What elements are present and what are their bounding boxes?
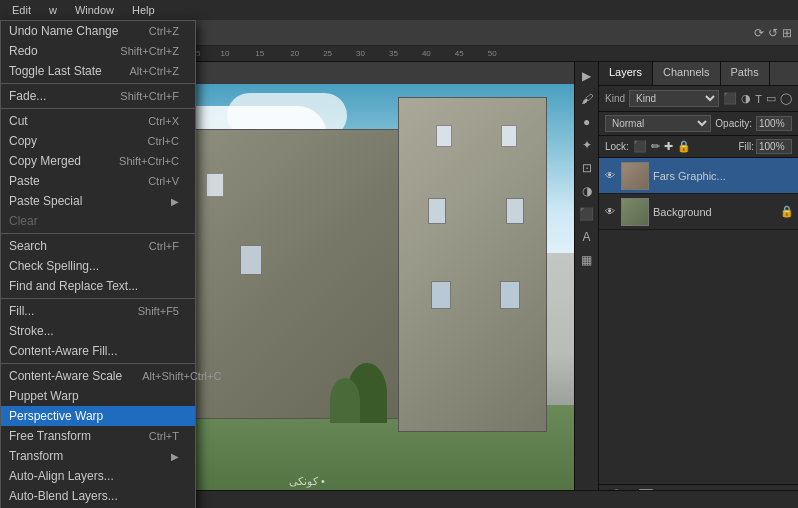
filter-icon-pixel[interactable]: ⬛ bbox=[723, 92, 737, 105]
menu-item-fade[interactable]: Fade... Shift+Ctrl+F bbox=[1, 86, 195, 106]
separator-2 bbox=[1, 108, 195, 109]
right-icon-star[interactable]: ✦ bbox=[577, 135, 597, 155]
menu-edit[interactable]: Edit bbox=[4, 2, 39, 18]
layer-visibility-1[interactable]: 👁 bbox=[603, 205, 617, 219]
right-icon-arrow[interactable]: ▶ bbox=[577, 66, 597, 86]
menu-help[interactable]: Help bbox=[124, 2, 163, 18]
layers-kind-bar: Kind Kind Name Effect ⬛ ◑ T ▭ ◯ bbox=[599, 86, 798, 112]
menu-item-toggle-last-state[interactable]: Toggle Last State Alt+Ctrl+Z bbox=[1, 61, 195, 81]
opacity-input[interactable] bbox=[756, 116, 792, 131]
blend-opacity-row: Normal Multiply Screen Opacity: bbox=[599, 112, 798, 136]
fill-row: Fill: bbox=[738, 139, 792, 154]
right-icons-bar: ▶ 🖌 ● ✦ ⊡ ◑ ⬛ A ▦ bbox=[574, 62, 598, 508]
kind-label: Kind bbox=[605, 93, 625, 104]
layer-visibility-0[interactable]: 👁 bbox=[603, 169, 617, 183]
tower-window-1 bbox=[436, 125, 452, 147]
right-icon-color[interactable]: ⬛ bbox=[577, 204, 597, 224]
separator-4 bbox=[1, 298, 195, 299]
options-icon-3[interactable]: ⊞ bbox=[782, 26, 792, 40]
right-icon-layers[interactable]: ⊡ bbox=[577, 158, 597, 178]
options-icon-2[interactable]: ↺ bbox=[768, 26, 778, 40]
menu-item-transform[interactable]: Transform ▶ bbox=[1, 446, 195, 466]
menu-item-undo[interactable]: Undo Name Change Ctrl+Z bbox=[1, 21, 195, 41]
filter-icon-shape[interactable]: ▭ bbox=[766, 92, 776, 105]
menu-item-content-aware-fill[interactable]: Content-Aware Fill... bbox=[1, 341, 195, 361]
opacity-label: Opacity: bbox=[715, 118, 752, 129]
blend-mode-select[interactable]: Normal Multiply Screen bbox=[605, 115, 711, 132]
layer-info-0: Fars Graphic... bbox=[653, 170, 726, 182]
layer-item-1[interactable]: 👁 Background 🔒 bbox=[599, 194, 798, 230]
menu-item-find-replace[interactable]: Find and Replace Text... bbox=[1, 276, 195, 296]
watermark-line1: کونکی • bbox=[264, 475, 350, 488]
menu-item-content-aware-scale[interactable]: Content-Aware Scale Alt+Shift+Ctrl+C bbox=[1, 366, 195, 386]
menu-item-auto-blend[interactable]: Auto-Blend Layers... bbox=[1, 486, 195, 506]
lock-transparent[interactable]: ⬛ bbox=[633, 140, 647, 153]
castle-tower bbox=[398, 97, 548, 432]
menu-item-cut[interactable]: Cut Ctrl+X bbox=[1, 111, 195, 131]
lock-all[interactable]: 🔒 bbox=[677, 140, 691, 153]
filter-icon-text[interactable]: T bbox=[755, 93, 762, 105]
separator-3 bbox=[1, 233, 195, 234]
tower-window-4 bbox=[506, 198, 524, 224]
opacity-row: Opacity: bbox=[715, 116, 792, 131]
menu-w[interactable]: w bbox=[41, 2, 65, 18]
menu-window[interactable]: Window bbox=[67, 2, 122, 18]
separator-5 bbox=[1, 363, 195, 364]
menu-item-stroke[interactable]: Stroke... bbox=[1, 321, 195, 341]
panel-tabs: Layers Channels Paths bbox=[599, 62, 798, 86]
menu-item-paste[interactable]: Paste Ctrl+V bbox=[1, 171, 195, 191]
options-icon-1[interactable]: ⟳ bbox=[754, 26, 764, 40]
menu-item-paste-special[interactable]: Paste Special ▶ bbox=[1, 191, 195, 211]
menu-item-copy-merged[interactable]: Copy Merged Shift+Ctrl+C bbox=[1, 151, 195, 171]
tower-window-6 bbox=[500, 281, 520, 309]
layer-thumb-1 bbox=[621, 198, 649, 226]
fill-input[interactable] bbox=[756, 139, 792, 154]
layer-name-1: Background bbox=[653, 206, 712, 218]
edit-dropdown-menu: Undo Name Change Ctrl+Z Redo Shift+Ctrl+… bbox=[0, 20, 196, 508]
fill-label: Fill: bbox=[738, 141, 754, 152]
menu-item-perspective-warp[interactable]: Perspective Warp bbox=[1, 406, 195, 426]
tower-window-2 bbox=[501, 125, 517, 147]
tower-window-5 bbox=[431, 281, 451, 309]
filter-toggle[interactable]: ◯ bbox=[780, 92, 792, 105]
lock-pixels[interactable]: ✏ bbox=[651, 140, 660, 153]
menu-bar: Edit w Window Help Undo Name Change Ctrl… bbox=[0, 0, 798, 20]
right-icon-adjust[interactable]: ◑ bbox=[577, 181, 597, 201]
options-right: ⟳ ↺ ⊞ bbox=[754, 26, 792, 40]
menu-item-redo[interactable]: Redo Shift+Ctrl+Z bbox=[1, 41, 195, 61]
menu-item-auto-align[interactable]: Auto-Align Layers... bbox=[1, 466, 195, 486]
tower-window-3 bbox=[428, 198, 446, 224]
filter-icon-adjust[interactable]: ◑ bbox=[741, 92, 751, 105]
menu-item-fill[interactable]: Fill... Shift+F5 bbox=[1, 301, 195, 321]
menu-item-free-transform[interactable]: Free Transform Ctrl+T bbox=[1, 426, 195, 446]
layers-panel: Layers Channels Paths Kind Kind Name Eff… bbox=[598, 62, 798, 508]
menu-item-clear: Clear bbox=[1, 211, 195, 231]
layer-item-0[interactable]: 👁 Fars Graphic... bbox=[599, 158, 798, 194]
separator-1 bbox=[1, 83, 195, 84]
layer-thumb-0 bbox=[621, 162, 649, 190]
menu-item-copy[interactable]: Copy Ctrl+C bbox=[1, 131, 195, 151]
tab-layers[interactable]: Layers bbox=[599, 62, 653, 85]
right-icon-brush[interactable]: 🖌 bbox=[577, 89, 597, 109]
window-2 bbox=[206, 173, 224, 197]
lock-row: Lock: ⬛ ✏ ✚ 🔒 Fill: bbox=[599, 136, 798, 158]
lock-position[interactable]: ✚ bbox=[664, 140, 673, 153]
kind-dropdown[interactable]: Kind Name Effect bbox=[629, 90, 719, 107]
ruler-marks: 5 10 15 20 25 30 35 40 45 50 bbox=[196, 49, 521, 58]
lock-label: Lock: bbox=[605, 141, 629, 152]
layer-name-0: Fars Graphic... bbox=[653, 170, 726, 182]
tree-2 bbox=[330, 378, 360, 423]
menu-item-check-spelling[interactable]: Check Spelling... bbox=[1, 256, 195, 276]
tab-channels[interactable]: Channels bbox=[653, 62, 720, 85]
window-4 bbox=[240, 245, 262, 275]
menu-item-search[interactable]: Search Ctrl+F bbox=[1, 236, 195, 256]
layer-lock-icon: 🔒 bbox=[780, 205, 794, 218]
right-icon-text[interactable]: A bbox=[577, 227, 597, 247]
layer-info-1: Background bbox=[653, 206, 712, 218]
right-icon-gradient[interactable]: ▦ bbox=[577, 250, 597, 270]
tab-paths[interactable]: Paths bbox=[721, 62, 770, 85]
menu-item-puppet-warp[interactable]: Puppet Warp bbox=[1, 386, 195, 406]
right-icon-dot[interactable]: ● bbox=[577, 112, 597, 132]
